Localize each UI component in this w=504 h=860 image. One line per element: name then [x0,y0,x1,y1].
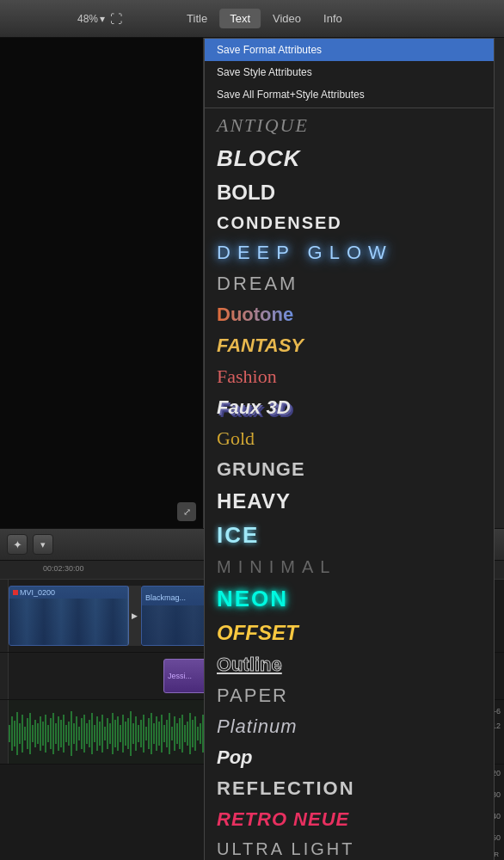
svg-rect-60 [163,725,165,742]
style-item-platinum[interactable]: Platinum [205,711,494,742]
style-item-paper[interactable]: PAPER [205,680,494,711]
svg-rect-23 [68,722,70,746]
svg-rect-22 [65,725,67,742]
svg-rect-65 [176,723,178,744]
svg-rect-13 [42,722,44,746]
save-all-item[interactable]: Save All Format+Style Attributes [205,83,494,106]
svg-rect-73 [197,727,199,740]
svg-rect-49 [135,716,137,751]
svg-rect-53 [145,727,147,740]
svg-rect-42 [117,716,119,751]
tab-text[interactable]: Text [219,9,261,28]
style-item-faux3d[interactable]: Faux 3D [205,392,494,423]
style-item-gold[interactable]: Gold [205,423,494,454]
save-style-item[interactable]: Save Style Attributes [205,61,494,83]
lr-label-r: R [494,851,499,858]
style-item-duotone[interactable]: Duotone [205,299,494,330]
style-label-outline: Outline [217,654,282,676]
tab-title[interactable]: Title [176,9,218,28]
save-format-item[interactable]: Save Format Attributes [205,39,494,61]
svg-rect-34 [96,716,98,751]
svg-rect-39 [109,723,111,744]
svg-rect-24 [71,711,72,756]
svg-rect-48 [132,723,134,744]
style-item-ice[interactable]: ICE [205,518,494,553]
style-label-neon: NEON [217,586,288,612]
svg-rect-36 [101,715,103,752]
style-item-offset[interactable]: OFFSET [205,617,494,649]
svg-rect-38 [107,718,108,749]
style-item-retro-neue[interactable]: RETRO NEUE [205,804,494,835]
svg-rect-32 [91,713,93,754]
tab-video[interactable]: Video [262,9,311,28]
ruler-mark-6: -6 [494,707,501,716]
svg-rect-69 [187,722,188,746]
style-label-minimal: MINIMAL [217,557,336,577]
zoom-dropdown-icon[interactable]: ▾ [100,13,105,25]
svg-rect-19 [58,716,59,751]
svg-rect-74 [200,723,201,744]
svg-rect-70 [189,713,191,754]
svg-rect-21 [63,715,65,752]
dropdown-button[interactable]: ▾ [33,534,53,555]
style-label-dream: DREAM [217,273,298,295]
style-item-pop[interactable]: Pop [205,742,494,773]
svg-rect-6 [24,727,26,740]
zoom-icon: ⛶ [110,12,122,26]
clip-mvi0200[interactable]: MVI_0200 [9,586,129,646]
svg-rect-10 [34,720,36,747]
expand-button[interactable]: ⤢ [177,502,196,521]
svg-rect-26 [76,716,77,751]
clip-mvi0200-label: MVI_0200 [20,588,55,597]
style-item-heavy[interactable]: HEAVY [205,485,494,518]
style-label-ultra-light: ULTRA LIGHT [217,839,354,859]
svg-rect-61 [166,720,168,747]
svg-rect-4 [19,723,21,744]
magic-tool-button[interactable]: ✦ [7,534,28,555]
svg-rect-9 [32,725,34,742]
svg-rect-8 [29,713,31,754]
svg-rect-72 [194,716,196,751]
style-item-outline[interactable]: Outline [205,649,494,680]
svg-rect-15 [47,725,49,742]
clip-blackmag-label: Blackmag... [145,593,186,602]
zoom-control[interactable]: 48% ▾ ⛶ [77,12,122,26]
style-dropdown: Save Format Attributes Save Style Attrib… [204,38,495,860]
main-area: ⤢ Save Format Attributes Save Style Attr… [0,38,504,528]
tab-info[interactable]: Info [313,9,353,28]
nav-tabs: Title Text Video Info [176,0,428,37]
style-item-bold[interactable]: BOLD [205,176,494,209]
style-label-gold: Gold [217,427,255,450]
svg-rect-59 [161,715,163,752]
svg-rect-52 [143,715,144,752]
clip-nav-1[interactable]: ▶ [127,586,141,646]
style-label-antique: ANTIQUE [217,114,309,137]
style-label-grunge: GRUNGE [217,458,305,481]
svg-rect-30 [86,723,88,744]
style-label-ice: ICE [217,522,259,549]
zoom-value: 48% [77,13,98,25]
style-label-bold: BOLD [217,181,275,205]
style-item-reflection[interactable]: REFLECTION [205,773,494,804]
style-item-fashion[interactable]: Fashion [205,361,494,392]
time-marker: 00:02:30:00 [43,564,84,573]
red-marker [13,590,18,595]
style-item-dream[interactable]: DREAM [205,268,494,299]
svg-rect-68 [184,725,186,742]
style-item-neon[interactable]: NEON [205,581,494,617]
svg-rect-28 [81,718,83,749]
style-item-condensed[interactable]: CONDENSED [205,209,494,237]
style-label-retro-neue: RETRO NEUE [217,808,349,831]
style-item-grunge[interactable]: GRUNGE [205,454,494,485]
style-item-ultra-light[interactable]: ULTRA LIGHT [205,835,494,860]
style-item-deep-glow[interactable]: DEEP GLOW [205,237,494,268]
style-label-offset: OFFSET [217,621,298,645]
style-label-fashion: Fashion [217,366,277,388]
svg-rect-46 [127,718,129,749]
style-item-minimal[interactable]: MINIMAL [205,553,494,581]
style-item-fantasy[interactable]: FANTASY [205,330,494,361]
style-item-block[interactable]: BLOCK [205,141,494,176]
style-item-antique[interactable]: ANTIQUE [205,110,494,141]
svg-rect-64 [174,716,175,751]
style-label-pop: Pop [217,746,253,769]
